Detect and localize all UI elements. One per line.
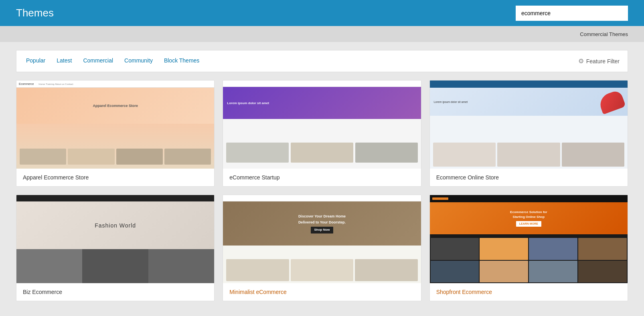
- theme-name: Apparel Ecommerce Store: [23, 174, 208, 181]
- theme-card-ecommerce-online-store[interactable]: Lorem ipsum dolor sit amet Ecommerce Onl…: [429, 80, 628, 187]
- mock-bottom-biz: [16, 249, 214, 283]
- commercial-themes-link[interactable]: Commercial Themes: [580, 31, 628, 37]
- theme-info: Apparel Ecommerce Store: [16, 169, 214, 186]
- theme-preview-startup: Lorem ipsum dolor sit amet: [223, 81, 421, 169]
- product-row: [433, 143, 624, 167]
- theme-info: Shopfront Ecommerce: [430, 283, 628, 301]
- tab-popular[interactable]: Popular: [24, 50, 51, 72]
- mock-header-online: [430, 81, 628, 88]
- theme-info: Biz Ecommerce: [16, 283, 214, 301]
- feature-filter-button[interactable]: ⚙ Feature Filter: [578, 57, 620, 65]
- theme-name: eCommerce Startup: [229, 174, 414, 181]
- preview-inner: Fashion World: [16, 195, 214, 283]
- tab-block-themes[interactable]: Block Themes: [158, 50, 205, 72]
- sub-header: Commercial Themes: [0, 26, 644, 42]
- theme-preview-minimalist: Discover Your Dream HomeDelivered to You…: [223, 195, 421, 283]
- mock-header: Ecommerce Home Training About us Contact: [16, 81, 214, 88]
- tab-commercial[interactable]: Commercial: [77, 50, 119, 72]
- theme-name: Ecommerce Online Store: [436, 174, 621, 181]
- mock-hero-shop: Ecommerce Solution forStarting Online Sh…: [430, 202, 628, 234]
- mock-products: [20, 149, 211, 165]
- tab-community[interactable]: Community: [119, 50, 158, 72]
- preview-inner: Lorem ipsum dolor sit amet: [223, 81, 421, 169]
- main-content: Popular Latest Commercial Community Bloc…: [0, 42, 644, 309]
- page-header: Themes: [0, 0, 644, 26]
- preview-inner: Discover Your Dream HomeDelivered to You…: [223, 195, 421, 283]
- theme-name: Minimalist eCommerce: [229, 289, 414, 295]
- theme-preview-shopfront: Ecommerce Solution forStarting Online Sh…: [430, 195, 628, 283]
- theme-preview-apparel: Ecommerce Home Training About us Contact…: [16, 81, 214, 169]
- search-input[interactable]: [516, 6, 628, 21]
- theme-info: Minimalist eCommerce: [223, 283, 421, 301]
- mock-products-row: [226, 143, 417, 163]
- preview-inner: Lorem ipsum dolor sit amet: [430, 81, 628, 169]
- mock-header-min: [223, 195, 421, 201]
- feature-filter-label: Feature Filter: [586, 58, 620, 64]
- theme-card-shopfront-ecommerce[interactable]: Ecommerce Solution forStarting Online Sh…: [429, 195, 628, 301]
- tabs-bar: Popular Latest Commercial Community Bloc…: [16, 50, 628, 72]
- mock-hero: Apparel Ecommerce Store: [16, 88, 214, 124]
- theme-info: eCommerce Startup: [223, 169, 421, 186]
- theme-card-minimalist-ecommerce[interactable]: Discover Your Dream HomeDelivered to You…: [223, 195, 421, 301]
- search-container: [516, 6, 628, 21]
- page-title: Themes: [16, 7, 54, 19]
- mock-products-min: [226, 259, 417, 281]
- theme-info: Ecommerce Online Store: [430, 169, 628, 186]
- preview-inner: Ecommerce Home Training About us Contact…: [16, 81, 214, 169]
- mock-header-shop: [430, 195, 628, 202]
- gear-icon: ⚙: [578, 57, 584, 65]
- theme-name: Shopfront Ecommerce: [436, 289, 621, 295]
- themes-grid: Ecommerce Home Training About us Contact…: [16, 80, 628, 301]
- mock-hero-biz: Fashion World: [16, 201, 214, 250]
- tab-latest[interactable]: Latest: [51, 50, 77, 72]
- theme-card-biz-ecommerce[interactable]: Fashion World Biz Ecommerce: [16, 195, 215, 301]
- theme-name: Biz Ecommerce: [23, 289, 208, 295]
- mock-banner: Lorem ipsum dolor sit amet: [430, 88, 628, 116]
- mock-hero-startup: Lorem ipsum dolor sit amet: [223, 87, 421, 119]
- theme-preview-biz: Fashion World: [16, 195, 214, 283]
- theme-card-ecommerce-startup[interactable]: Lorem ipsum dolor sit amet eCommerce Sta…: [223, 80, 421, 187]
- mock-hero-min: Discover Your Dream HomeDelivered to You…: [223, 201, 421, 246]
- theme-preview-online: Lorem ipsum dolor sit amet: [430, 81, 628, 169]
- preview-inner: Ecommerce Solution forStarting Online Sh…: [430, 195, 628, 283]
- theme-card-apparel-ecommerce-store[interactable]: Ecommerce Home Training About us Contact…: [16, 80, 215, 187]
- shoe-icon: [597, 89, 626, 115]
- mock-header-biz: [16, 195, 214, 201]
- mock-grid-shop: [430, 237, 628, 283]
- mock-header-startup: [223, 81, 421, 87]
